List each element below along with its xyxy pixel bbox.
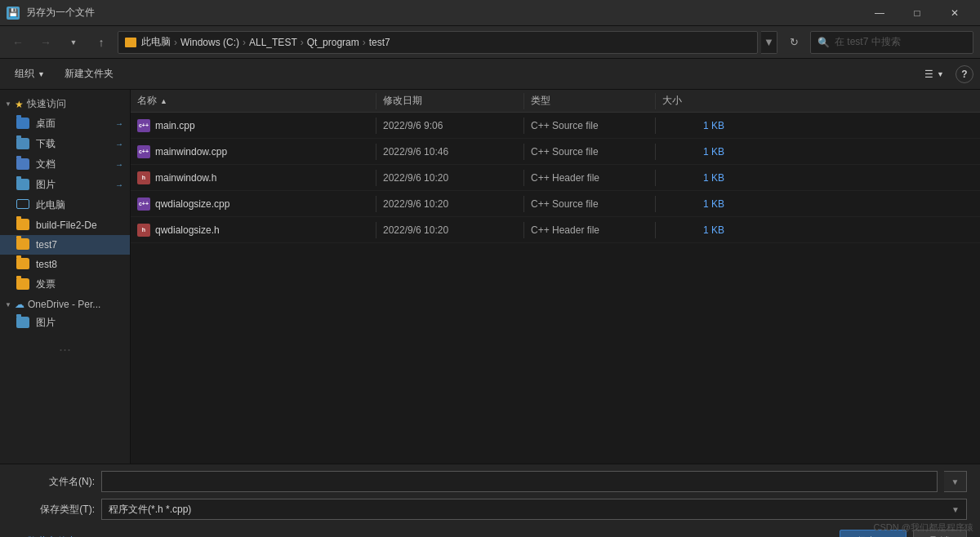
filename-dropdown-button[interactable]: ▼ <box>944 471 967 492</box>
breadcrumb-this-pc[interactable]: 此电脑 <box>141 35 171 49</box>
filetype-dropdown[interactable]: 程序文件(*.h *.cpp) ▼ <box>101 499 967 520</box>
file-name-cell: c++ mainwindow.cpp <box>131 145 376 158</box>
filetype-dropdown-arrow: ▼ <box>951 505 960 514</box>
quick-access-section: ▼ ★ 快速访问 桌面 → 下载 → 文档 → 图片 → <box>0 95 130 295</box>
file-name: qwdialogsize.cpp <box>155 198 229 210</box>
h-file-icon: h <box>137 224 150 237</box>
test8-label: test8 <box>36 259 57 270</box>
filetype-row: 保存类型(T): 程序文件(*.h *.cpp) ▼ <box>13 499 967 520</box>
sidebar-item-pictures[interactable]: 图片 → <box>0 175 130 195</box>
sidebar-item-od-pictures[interactable]: 图片 <box>0 313 130 333</box>
address-bar[interactable]: 此电脑 › Windows (C:) › ALL_TEST › Qt_progr… <box>118 31 758 54</box>
file-name: mainwindow.cpp <box>155 146 227 158</box>
table-row[interactable]: c++ main.cpp 2022/9/6 9:06 C++ Source fi… <box>131 113 980 139</box>
secondary-toolbar: 组织 ▼ 新建文件夹 ☰ ▼ ? <box>0 59 980 90</box>
file-size: 1 KB <box>656 120 737 131</box>
onedrive-section: ▼ ☁ OneDrive - Per... 图片 <box>0 296 130 333</box>
search-icon: 🔍 <box>817 37 830 48</box>
sidebar-item-build-file2[interactable]: build-File2-De <box>0 215 130 235</box>
documents-folder-icon <box>16 158 31 171</box>
column-type[interactable]: 类型 <box>524 94 655 108</box>
column-name[interactable]: 名称 <box>131 94 376 108</box>
desktop-label: 桌面 <box>36 117 56 131</box>
pin-icon: → <box>115 119 123 128</box>
downloads-label: 下载 <box>36 137 56 151</box>
hide-folder-button[interactable]: ▲ 隐藏文件夹 <box>13 535 77 538</box>
sidebar-item-downloads[interactable]: 下载 → <box>0 134 130 154</box>
back-button[interactable]: ← <box>7 31 29 54</box>
folder-icon <box>125 38 136 47</box>
table-row[interactable]: h mainwindow.h 2022/9/6 10:20 C++ Header… <box>131 165 980 191</box>
maximize-button[interactable]: □ <box>898 0 936 26</box>
file-date: 2022/9/6 10:46 <box>376 146 523 158</box>
sidebar-item-desktop[interactable]: 桌面 → <box>0 113 130 134</box>
downloads-folder-icon <box>16 138 31 151</box>
file-type: C++ Source file <box>524 198 655 210</box>
pin-icon: → <box>115 160 123 169</box>
breadcrumb-qt-program[interactable]: Qt_program <box>307 37 359 48</box>
desktop-folder-icon <box>16 118 31 131</box>
od-pictures-label: 图片 <box>36 316 56 330</box>
file-size: 1 KB <box>656 224 737 236</box>
od-pictures-icon <box>16 317 31 330</box>
filename-row: 文件名(N): ▼ <box>13 471 967 492</box>
breadcrumb-windows-c[interactable]: Windows (C:) <box>180 37 239 48</box>
view-button[interactable]: ☰ ▼ <box>916 63 952 86</box>
file-name-cell: c++ qwdialogsize.cpp <box>131 197 376 211</box>
hide-folder-label: 隐藏文件夹 <box>28 535 77 538</box>
file-size: 1 KB <box>656 146 737 158</box>
search-box[interactable]: 🔍 在 test7 中搜索 <box>810 31 973 54</box>
organize-button[interactable]: 组织 ▼ <box>7 63 53 86</box>
file-type: C++ Source file <box>524 146 655 158</box>
this-pc-label: 此电脑 <box>36 198 65 212</box>
star-icon: ★ <box>15 99 24 110</box>
breadcrumb-test7[interactable]: test7 <box>369 37 390 48</box>
breadcrumb-all-test[interactable]: ALL_TEST <box>249 37 297 48</box>
pin-icon: → <box>115 180 123 189</box>
sidebar-item-test7[interactable]: test7 <box>0 235 130 255</box>
test8-folder-icon <box>16 258 31 271</box>
forward-button[interactable]: → <box>34 31 57 54</box>
quick-access-header[interactable]: ▼ ★ 快速访问 <box>0 95 130 113</box>
cpp-file-icon: c++ <box>137 197 150 211</box>
history-dropdown-button[interactable]: ▼ <box>62 31 85 54</box>
address-dropdown-button[interactable]: ▼ <box>761 31 777 54</box>
expand-icon: ▼ <box>3 100 13 109</box>
sidebar-item-invoice[interactable]: 发票 <box>0 274 130 295</box>
help-button[interactable]: ? <box>956 65 973 83</box>
onedrive-header[interactable]: ▼ ☁ OneDrive - Per... <box>0 296 130 313</box>
table-row[interactable]: c++ qwdialogsize.cpp 2022/9/6 10:20 C++ … <box>131 191 980 217</box>
documents-label: 文档 <box>36 158 56 171</box>
scroll-hint: ... <box>0 335 130 358</box>
column-date[interactable]: 修改日期 <box>376 94 523 108</box>
invoice-folder-icon <box>16 278 31 291</box>
sidebar-item-test8[interactable]: test8 <box>0 255 130 274</box>
pictures-label: 图片 <box>36 178 56 192</box>
minimize-button[interactable]: — <box>861 0 898 26</box>
expand-icon: ▼ <box>3 300 13 309</box>
pin-icon: → <box>115 140 123 149</box>
cpp-file-icon: c++ <box>137 119 150 132</box>
sidebar-item-documents[interactable]: 文档 → <box>0 154 130 175</box>
table-row[interactable]: h qwdialogsize.h 2022/9/6 10:20 C++ Head… <box>131 217 980 243</box>
this-pc-icon <box>16 199 31 212</box>
sidebar-item-this-pc[interactable]: 此电脑 <box>0 195 130 215</box>
view-icon: ☰ <box>924 69 933 80</box>
file-type: C++ Source file <box>524 120 655 131</box>
column-size[interactable]: 大小 <box>656 94 737 108</box>
build-file2-label: build-File2-De <box>36 220 97 231</box>
file-date: 2022/9/6 10:20 <box>376 198 523 210</box>
filename-label: 文件名(N): <box>13 475 95 489</box>
table-row[interactable]: c++ mainwindow.cpp 2022/9/6 10:46 C++ So… <box>131 139 980 165</box>
new-folder-button[interactable]: 新建文件夹 <box>56 63 122 86</box>
file-size: 1 KB <box>656 198 737 210</box>
new-folder-label: 新建文件夹 <box>65 67 114 81</box>
file-date: 2022/9/6 10:20 <box>376 172 523 184</box>
filename-input[interactable] <box>101 471 938 492</box>
up-button[interactable]: ↑ <box>90 31 113 54</box>
refresh-button[interactable]: ↻ <box>782 31 805 54</box>
address-toolbar: ← → ▼ ↑ 此电脑 › Windows (C:) › ALL_TEST › … <box>0 26 980 59</box>
main-area: ▼ ★ 快速访问 桌面 → 下载 → 文档 → 图片 → <box>0 90 980 464</box>
h-file-icon: h <box>137 171 150 184</box>
close-button[interactable]: ✕ <box>936 0 973 26</box>
